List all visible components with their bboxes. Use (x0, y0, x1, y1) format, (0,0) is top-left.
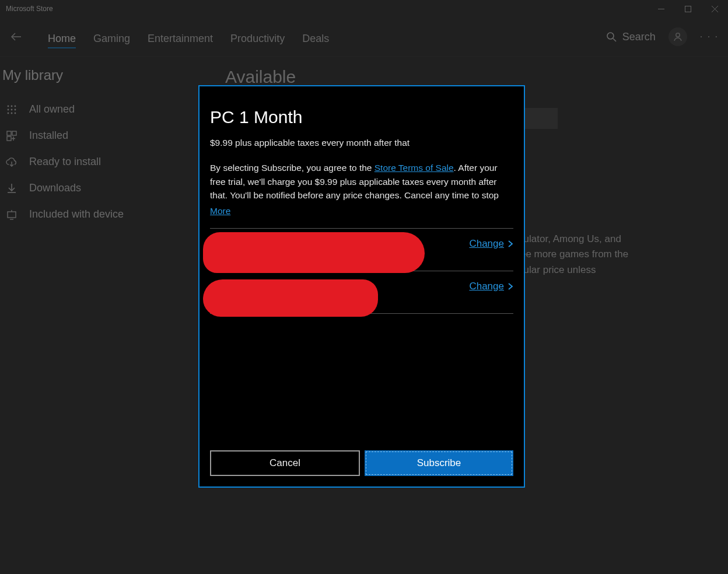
window-title: Microsoft Store (6, 5, 53, 13)
grid-icon (5, 104, 19, 115)
page-heading: Available (225, 67, 728, 87)
sidebar-item-downloads[interactable]: Downloads (1, 175, 164, 201)
subscribe-button[interactable]: Subscribe (365, 450, 513, 476)
sidebar-item-label: All owned (29, 103, 75, 116)
account-button[interactable] (668, 27, 687, 46)
nav-tab-deals[interactable]: Deals (302, 21, 329, 53)
window-controls (648, 0, 728, 18)
svg-line-6 (613, 38, 616, 41)
svg-point-14 (8, 112, 9, 114)
back-button[interactable] (6, 31, 27, 43)
svg-point-16 (15, 112, 16, 114)
svg-point-5 (607, 33, 614, 39)
sidebar: My library All owned Installed Ready to … (0, 57, 164, 574)
change-account-link[interactable]: Change (469, 238, 513, 250)
person-icon (673, 32, 683, 42)
search-button[interactable]: Search (606, 31, 656, 43)
svg-rect-18 (12, 131, 16, 135)
svg-point-7 (676, 33, 680, 37)
svg-point-12 (11, 108, 13, 110)
navbar: Home Gaming Entertainment Productivity D… (0, 18, 728, 57)
sidebar-heading: My library (2, 67, 164, 83)
sidebar-item-installed[interactable]: Installed (1, 123, 164, 149)
maximize-button[interactable] (674, 0, 701, 18)
nav-tabs: Home Gaming Entertainment Productivity D… (48, 21, 329, 53)
close-button[interactable] (701, 0, 728, 18)
svg-point-13 (15, 108, 16, 110)
sidebar-item-label: Downloads (29, 182, 81, 194)
chevron-right-icon (508, 282, 513, 290)
nav-tab-entertainment[interactable]: Entertainment (148, 21, 213, 53)
modal-buttons: Cancel Subscribe (210, 450, 513, 476)
cloud-download-icon (5, 157, 19, 167)
download-icon (5, 183, 19, 194)
payment-row-account: Change (210, 229, 513, 271)
modal-title: PC 1 Month (210, 107, 513, 127)
sidebar-item-ready-to-install[interactable]: Ready to install (1, 149, 164, 175)
device-icon (5, 209, 19, 220)
payment-row-method: Change (210, 271, 513, 314)
nav-tab-gaming[interactable]: Gaming (93, 21, 130, 53)
chevron-right-icon (508, 240, 513, 248)
svg-point-15 (11, 112, 13, 114)
redaction-mark (203, 232, 425, 273)
sidebar-item-label: Included with device (29, 208, 124, 220)
terms-of-sale-link[interactable]: Store Terms of Sale (374, 163, 454, 173)
svg-rect-25 (8, 212, 16, 218)
search-icon (606, 32, 617, 42)
installed-icon (5, 131, 19, 141)
sidebar-item-label: Installed (29, 130, 68, 142)
change-payment-link[interactable]: Change (469, 281, 513, 292)
more-button[interactable]: · · · (700, 32, 719, 42)
cancel-button[interactable]: Cancel (210, 450, 360, 476)
search-label: Search (622, 31, 656, 43)
svg-rect-19 (7, 136, 11, 141)
redaction-mark (203, 279, 378, 317)
nav-tab-productivity[interactable]: Productivity (230, 21, 285, 53)
svg-point-9 (11, 105, 13, 107)
sidebar-item-included-with-device[interactable]: Included with device (1, 201, 164, 228)
subscribe-modal: PC 1 Month $9.99 plus applicable taxes e… (198, 85, 525, 488)
svg-rect-17 (7, 131, 11, 135)
more-link[interactable]: More (210, 206, 230, 216)
modal-terms: By selecting Subscribe, you agree to the… (210, 161, 513, 202)
svg-point-8 (8, 105, 9, 107)
svg-point-10 (15, 105, 16, 107)
minimize-button[interactable] (648, 0, 674, 18)
svg-point-11 (8, 108, 9, 110)
modal-subtitle: $9.99 plus applicable taxes every month … (210, 138, 513, 148)
sidebar-item-all-owned[interactable]: All owned (1, 96, 164, 123)
titlebar: Microsoft Store (0, 0, 728, 18)
svg-rect-1 (685, 6, 691, 12)
nav-tab-home[interactable]: Home (48, 21, 76, 53)
nav-right: Search · · · (606, 27, 722, 46)
sidebar-item-label: Ready to install (29, 156, 101, 168)
